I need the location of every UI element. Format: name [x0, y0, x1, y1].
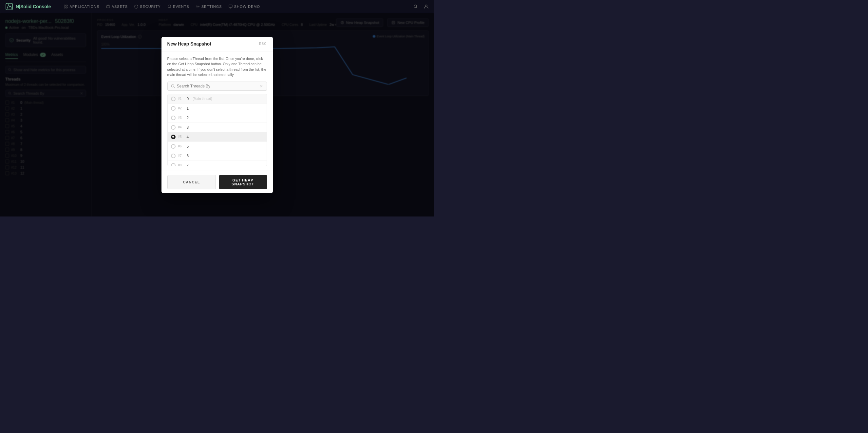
nav-applications[interactable]: APPLICATIONS [64, 5, 99, 8]
get-heap-snapshot-button[interactable]: GET HEAP SNAPSHOT [219, 175, 267, 189]
svg-point-6 [197, 6, 198, 7]
modal-radio-5[interactable] [171, 144, 176, 149]
modal-thread-item-6[interactable]: #7 6 [168, 151, 267, 161]
modal-radio-4[interactable] [171, 134, 176, 139]
svg-rect-3 [64, 7, 65, 8]
navbar: N|Solid Console APPLICATIONS ASSETS SECU… [0, 0, 434, 13]
shield-icon [134, 5, 138, 8]
search-icon-modal [171, 84, 175, 88]
app-logo[interactable]: N|Solid Console [5, 3, 51, 10]
assets-icon [106, 5, 110, 8]
svg-point-15 [171, 85, 174, 87]
nav-right [413, 4, 429, 9]
nav-security[interactable]: SECURITY [134, 5, 161, 8]
nav-events[interactable]: EVENTS [167, 5, 189, 8]
user-icon-nav[interactable] [424, 4, 429, 9]
logo-icon [5, 3, 13, 10]
modal-header: New Heap Snapshot ESC [161, 37, 273, 52]
modal-radio-2[interactable] [171, 116, 176, 120]
modal-thread-item-1[interactable]: #2 1 [168, 104, 267, 113]
modal-esc-button[interactable]: ESC [259, 42, 267, 45]
nav-items: APPLICATIONS ASSETS SECURITY EVENTS SETT… [64, 5, 260, 8]
search-icon-nav[interactable] [413, 4, 418, 9]
modal-thread-list: #1 0 (Main thread) #2 1 #3 2 [167, 94, 267, 166]
app-name: N|Solid Console [16, 4, 51, 9]
modal-radio-6[interactable] [171, 154, 176, 158]
svg-rect-2 [66, 5, 67, 6]
svg-rect-4 [66, 7, 67, 8]
modal-body: Please select a Thread from the list. On… [161, 52, 273, 171]
svg-rect-7 [229, 5, 232, 7]
modal-radio-7[interactable] [171, 163, 176, 166]
nav-assets[interactable]: ASSETS [106, 5, 128, 8]
heap-snapshot-modal: New Heap Snapshot ESC Please select a Th… [161, 37, 273, 193]
modal-thread-item-7[interactable]: #8 7 [168, 161, 267, 166]
modal-radio-3[interactable] [171, 125, 176, 130]
modal-thread-item-3[interactable]: #4 3 [168, 123, 267, 132]
modal-thread-item-0[interactable]: #1 0 (Main thread) [168, 94, 267, 104]
main-content: nodejs-worker-per... 50283f0 Active on T… [0, 13, 434, 216]
monitor-icon [229, 5, 232, 8]
svg-rect-5 [106, 6, 110, 8]
svg-rect-0 [6, 3, 12, 10]
modal-description: Please select a Thread from the list. On… [167, 56, 267, 78]
apps-icon [64, 5, 68, 8]
cancel-button[interactable]: CANCEL [167, 175, 216, 189]
modal-thread-item-4[interactable]: #5 4 [168, 132, 267, 142]
nav-settings[interactable]: SETTINGS [196, 5, 222, 8]
modal-search-input[interactable] [177, 84, 257, 88]
clear-icon-modal[interactable] [259, 84, 264, 88]
modal-radio-0[interactable] [171, 97, 176, 101]
modal-overlay: New Heap Snapshot ESC Please select a Th… [0, 13, 434, 216]
modal-radio-1[interactable] [171, 106, 176, 111]
bell-icon [167, 5, 171, 8]
modal-thread-item-5[interactable]: #6 5 [168, 142, 267, 151]
svg-rect-1 [64, 5, 65, 6]
svg-point-9 [425, 5, 427, 7]
modal-title: New Heap Snapshot [167, 41, 212, 47]
nav-show-demo[interactable]: SHOW DEMO [229, 5, 260, 8]
modal-search-box [167, 82, 267, 91]
modal-thread-item-2[interactable]: #3 2 [168, 113, 267, 123]
modal-footer: CANCEL GET HEAP SNAPSHOT [161, 171, 273, 193]
svg-point-8 [414, 5, 416, 7]
gear-icon [196, 5, 200, 8]
